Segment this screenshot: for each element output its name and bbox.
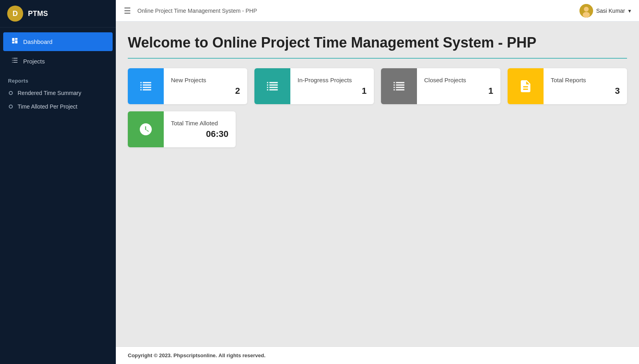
title-divider — [128, 58, 627, 59]
page-title: Welcome to Online Project Time Managemen… — [128, 34, 627, 51]
sidebar-item-projects[interactable]: Projects — [3, 52, 113, 71]
svg-point-2 — [583, 12, 590, 18]
total-time-body: Total Time Alloted 06:30 — [164, 115, 236, 144]
new-projects-card[interactable]: New Projects 2 — [128, 68, 247, 104]
total-time-value: 06:30 — [171, 129, 228, 139]
dropdown-arrow-icon: ▾ — [628, 8, 631, 14]
hamburger-icon[interactable]: ☰ — [124, 6, 131, 16]
sidebar-header: D PTMS — [0, 0, 116, 28]
stats-row-2: Total Time Alloted 06:30 — [128, 111, 627, 147]
inprogress-projects-label: In-Progress Projects — [298, 77, 367, 83]
inprogress-projects-value: 1 — [298, 86, 367, 96]
total-reports-icon — [508, 68, 544, 104]
sidebar-nav: Dashboard Projects Reports Rendered Time… — [0, 28, 116, 113]
footer-company: Phpscriptsonline. — [173, 352, 217, 358]
new-projects-icon — [128, 68, 164, 104]
user-name: Sasi Kumar — [596, 8, 625, 14]
closed-projects-label: Closed Projects — [424, 77, 493, 83]
total-reports-body: Total Reports 3 — [544, 72, 627, 101]
footer-rights: All rights reserved. — [218, 352, 266, 358]
closed-projects-body: Closed Projects 1 — [417, 72, 500, 101]
closed-projects-icon — [381, 68, 417, 104]
inprogress-projects-icon — [254, 68, 290, 104]
stats-row-1: New Projects 2 In-Progress Projects 1 — [128, 68, 627, 104]
new-projects-value: 2 — [171, 86, 240, 96]
closed-projects-value: 1 — [424, 86, 493, 96]
bullet-icon — [9, 105, 13, 109]
total-reports-card[interactable]: Total Reports 3 — [508, 68, 627, 104]
reports-section-label: Reports — [0, 71, 116, 86]
new-projects-body: New Projects 2 — [164, 72, 247, 101]
user-menu[interactable]: Sasi Kumar ▾ — [579, 4, 631, 18]
projects-icon — [11, 57, 18, 66]
footer-copyright: Copyright © 2023. — [128, 352, 172, 358]
total-time-icon — [128, 111, 164, 147]
sidebar-item-time-alloted-per-project[interactable]: Time Alloted Per Project — [0, 100, 116, 113]
sidebar-item-rendered-time-summary[interactable]: Rendered Time Summary — [0, 86, 116, 100]
closed-projects-card[interactable]: Closed Projects 1 — [381, 68, 500, 104]
main-wrapper: ☰ Online Project Time Management System … — [116, 0, 639, 364]
bullet-icon — [9, 91, 13, 95]
main-content: Welcome to Online Project Time Managemen… — [116, 22, 639, 346]
topbar: ☰ Online Project Time Management System … — [116, 0, 639, 22]
svg-point-1 — [584, 7, 589, 12]
total-time-label: Total Time Alloted — [171, 120, 228, 127]
topbar-title: Online Project Time Management System - … — [137, 8, 573, 14]
total-reports-label: Total Reports — [551, 77, 620, 83]
total-reports-value: 3 — [551, 86, 620, 96]
dashboard-icon — [11, 37, 18, 46]
sidebar-item-dashboard[interactable]: Dashboard — [3, 32, 113, 51]
sidebar: D PTMS Dashboard Projects Reports Render… — [0, 0, 116, 364]
total-time-alloted-card[interactable]: Total Time Alloted 06:30 — [128, 111, 236, 147]
new-projects-label: New Projects — [171, 77, 240, 83]
inprogress-projects-body: In-Progress Projects 1 — [290, 72, 374, 101]
footer: Copyright © 2023. Phpscriptsonline. All … — [116, 346, 639, 364]
sidebar-logo: D — [7, 6, 23, 22]
user-avatar — [579, 4, 593, 18]
sidebar-app-name: PTMS — [28, 10, 48, 18]
inprogress-projects-card[interactable]: In-Progress Projects 1 — [254, 68, 374, 104]
